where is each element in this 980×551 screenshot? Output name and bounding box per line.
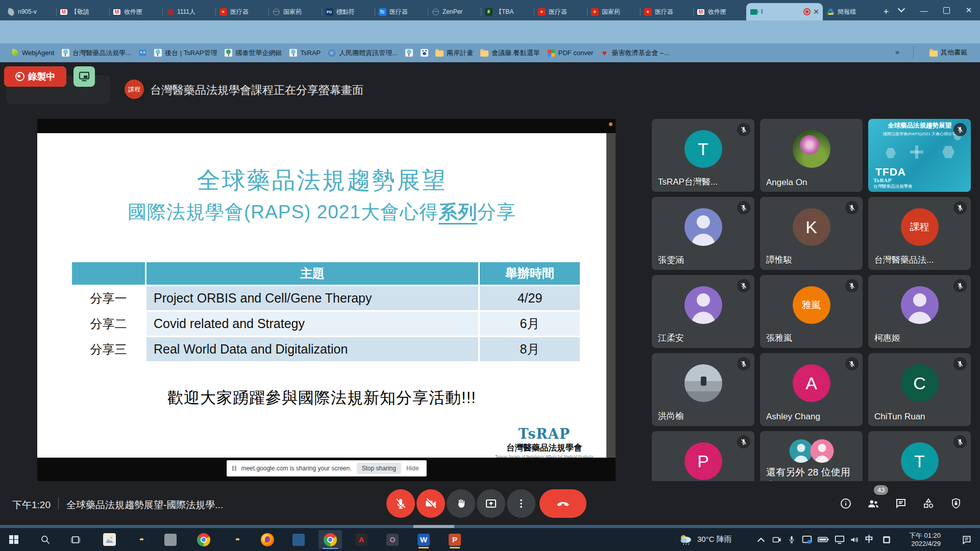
tray-network-icon[interactable]: [832, 528, 847, 551]
taskbar-app-blue[interactable]: [287, 530, 310, 549]
chat-button[interactable]: [893, 496, 909, 511]
host-controls-button[interactable]: [948, 496, 964, 511]
bookmark-pdf-converter[interactable]: PDF conver: [544, 46, 597, 60]
task-view-button[interactable]: [64, 530, 87, 549]
close-window-button[interactable]: ✕: [958, 0, 980, 20]
plant-icon: [484, 8, 493, 16]
participant-tile[interactable]: C ChiTun Ruan: [868, 353, 971, 426]
avatar-photo-flower: [793, 130, 830, 168]
leave-call-button[interactable]: [540, 489, 586, 518]
tab-nmpa-2[interactable]: ★国家药: [587, 3, 640, 20]
tray-cast-icon[interactable]: [799, 528, 815, 551]
tray-battery-icon[interactable]: [816, 528, 831, 551]
participant-tile[interactable]: 課程 台灣醫藥品法...: [868, 197, 971, 270]
participant-tile[interactable]: A Ashley Chang: [760, 353, 863, 426]
present-button[interactable]: [477, 489, 505, 518]
tab-meet-active[interactable]: I✕: [746, 3, 823, 20]
hide-toast-button[interactable]: Hide: [406, 465, 421, 472]
taskbar-app-dark[interactable]: [381, 530, 404, 549]
weather-text[interactable]: 30°C 陣雨: [697, 528, 746, 551]
taskbar-app-device[interactable]: [159, 530, 182, 549]
tab-slides[interactable]: 簡報檔: [823, 3, 876, 20]
tab-medical-2[interactable]: ★医疗器: [534, 3, 587, 20]
self-tile[interactable]: T 你: [868, 431, 971, 481]
bookmark-folder-crossstrait[interactable]: 兩岸計畫: [432, 46, 477, 60]
more-options-button[interactable]: [507, 489, 535, 518]
tab-medical-1[interactable]: ★医疗器: [215, 3, 268, 20]
stop-sharing-button[interactable]: Stop sharing: [357, 463, 401, 474]
participant-tile[interactable]: 洪尚榆: [652, 353, 754, 426]
bookmarks-overflow-chevron[interactable]: »: [895, 47, 899, 56]
start-button[interactable]: [2, 530, 26, 549]
participant-tile[interactable]: K 譚惟駿: [760, 197, 863, 270]
other-bookmarks-folder[interactable]: 其他書籤: [926, 46, 971, 59]
tray-microphone-icon[interactable]: [785, 528, 798, 551]
participant-tile[interactable]: T TsRAP台灣醫...: [652, 119, 754, 192]
tab-gmail-1[interactable]: M【敬請: [56, 3, 109, 20]
screen-share-button[interactable]: [74, 66, 95, 87]
taskbar-app-firefox[interactable]: [256, 530, 279, 549]
more-participants-tile[interactable]: 還有另外 28 位使用者: [760, 431, 863, 481]
maximize-button[interactable]: [935, 0, 958, 20]
taskbar-app-file-explorer[interactable]: [128, 530, 152, 549]
tab-gmail-3[interactable]: M收件匣: [693, 3, 746, 20]
tab-search-chevron-icon[interactable]: [890, 0, 913, 20]
participant-tile[interactable]: Angela On: [760, 119, 863, 192]
taskbar-clock[interactable]: 下午 01:202022/4/29: [898, 528, 951, 551]
gmail-icon: M: [60, 8, 68, 16]
ime-indicator[interactable]: 中: [863, 528, 876, 551]
tab-tba[interactable]: 【TBA: [481, 3, 534, 20]
tab-n905[interactable]: n905-v: [3, 3, 56, 20]
tray-volume-icon[interactable]: [847, 528, 862, 551]
tray-window-icon[interactable]: [879, 528, 894, 551]
tab-zenper[interactable]: ZenPer: [428, 3, 481, 20]
bookmark-cathay-bank[interactable]: 國泰世華企網銀: [221, 46, 286, 60]
bookmark-tsrap-site[interactable]: 台灣醫藥品法規學...: [58, 46, 135, 60]
bookmark-robot[interactable]: [135, 46, 150, 60]
tab-zhihu[interactable]: 知医疗器: [375, 3, 428, 20]
taskbar-app-chrome-active[interactable]: [318, 530, 342, 549]
raise-hand-button[interactable]: [447, 489, 475, 518]
tab-medical-3[interactable]: ★医疗器: [640, 3, 693, 20]
hidden-icons-chevron[interactable]: [754, 528, 768, 551]
browser-tab-strip: n905-v M【敬請 M收件匣 1111人 ★医疗器 国家药 PO標點符 知医…: [0, 0, 980, 20]
minimize-button[interactable]: —: [913, 0, 935, 20]
table-cell: 4/29: [480, 286, 580, 310]
participant-tile[interactable]: P Pfizer 邱俐穎: [652, 431, 754, 481]
meeting-details-button[interactable]: [838, 496, 853, 511]
participant-tile[interactable]: 張雯涵: [652, 197, 754, 270]
notification-center-button[interactable]: [958, 528, 976, 551]
taskbar-app-browser[interactable]: [192, 530, 215, 549]
taskbar-app-word[interactable]: W: [412, 530, 435, 549]
activities-button[interactable]: [921, 496, 936, 511]
participant-tile[interactable]: 江柔安: [652, 275, 754, 348]
taskbar-app-powerpoint[interactable]: P: [443, 530, 467, 549]
tab-gmail-2[interactable]: M收件匣: [109, 3, 162, 20]
tab-punctuation[interactable]: PO標點符: [322, 3, 375, 20]
taskbar-app-photos[interactable]: [97, 530, 121, 549]
participant-tile[interactable]: 雅嵐 張雅嵐: [760, 275, 863, 348]
bookmark-folder-meeting[interactable]: 會議廳.餐點選單: [477, 46, 544, 60]
bookmark-tsrap-admin[interactable]: 後台 | TsRAP管理: [150, 46, 220, 60]
weather-icon[interactable]: [675, 528, 697, 551]
close-tab-icon[interactable]: ✕: [813, 8, 819, 16]
taskbar-app-acrobat[interactable]: A: [350, 530, 373, 549]
recording-indicator[interactable]: 錄製中: [4, 66, 66, 87]
participants-button[interactable]: [866, 496, 881, 511]
taskbar-search-button[interactable]: [34, 530, 57, 549]
camera-toggle-button[interactable]: [416, 489, 445, 518]
bookmark-webjagent[interactable]: WebjAgent: [7, 46, 58, 60]
green-leaf-icon: [11, 49, 19, 57]
bookmark-tdrf[interactable]: ♥藥害救濟基金會 –...: [597, 46, 673, 60]
tab-1111[interactable]: 1111人: [162, 3, 215, 20]
bookmark-tsrap[interactable]: TsRAP: [286, 46, 325, 60]
taskbar-app-folder[interactable]: [224, 530, 248, 549]
shared-screen-tile[interactable]: 全球藥品法規趨勢展望 國際法規學會(RAPS)2021 大會心得分享 TFDA …: [868, 119, 971, 192]
bookmark-paw[interactable]: [416, 46, 432, 60]
mic-toggle-button[interactable]: [386, 489, 415, 518]
bookmark-civil-org[interactable]: 人民團體資訊管理...: [324, 46, 401, 60]
tab-nmpa-1[interactable]: 国家药: [268, 3, 322, 20]
bookmark-tree-only[interactable]: [401, 46, 416, 60]
tray-camera-icon[interactable]: [770, 528, 784, 551]
participant-tile[interactable]: 柯惠姬: [868, 275, 971, 348]
